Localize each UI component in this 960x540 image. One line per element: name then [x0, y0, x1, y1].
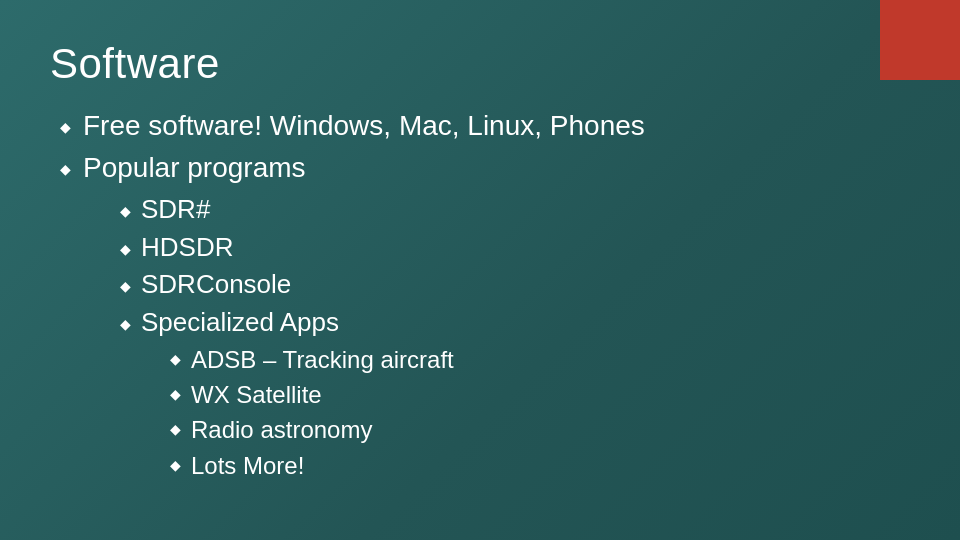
list-item: SDRConsole [60, 268, 910, 302]
popular-programs-text: Popular programs [83, 150, 306, 186]
wx-satellite-text: WX Satellite [191, 379, 322, 410]
bullet-icon-7 [170, 347, 181, 370]
bullet-icon-4 [120, 234, 131, 260]
free-software-text: Free software! Windows, Mac, Linux, Phon… [83, 108, 645, 144]
list-item: Lots More! [60, 450, 910, 481]
list-item: Radio astronomy [60, 414, 910, 445]
radio-astronomy-text: Radio astronomy [191, 414, 372, 445]
slide: Software Free software! Windows, Mac, Li… [0, 0, 960, 540]
bullet-icon-8 [170, 382, 181, 405]
bullet-icon-2 [60, 153, 71, 182]
list-item: WX Satellite [60, 379, 910, 410]
list-item: SDR# [60, 193, 910, 227]
bullet-icon-9 [170, 417, 181, 440]
list-item: ADSB – Tracking aircraft [60, 344, 910, 375]
hdsdr-text: HDSDR [141, 231, 233, 265]
adsb-text: ADSB – Tracking aircraft [191, 344, 454, 375]
lots-more-text: Lots More! [191, 450, 304, 481]
bullet-icon-5 [120, 271, 131, 297]
bullet-icon-6 [120, 309, 131, 335]
specialized-apps-text: Specialized Apps [141, 306, 339, 340]
list-item: HDSDR [60, 231, 910, 265]
list-item: Popular programs [60, 150, 910, 186]
list-item: Free software! Windows, Mac, Linux, Phon… [60, 108, 910, 144]
slide-title: Software [50, 40, 910, 88]
accent-decoration [880, 0, 960, 80]
list-item: Specialized Apps [60, 306, 910, 340]
bullet-icon-1 [60, 111, 71, 140]
slide-content: Free software! Windows, Mac, Linux, Phon… [50, 108, 910, 481]
bullet-icon-3 [120, 196, 131, 222]
sdr-console-text: SDRConsole [141, 268, 291, 302]
sdr-hash-text: SDR# [141, 193, 210, 227]
bullet-icon-10 [170, 453, 181, 476]
